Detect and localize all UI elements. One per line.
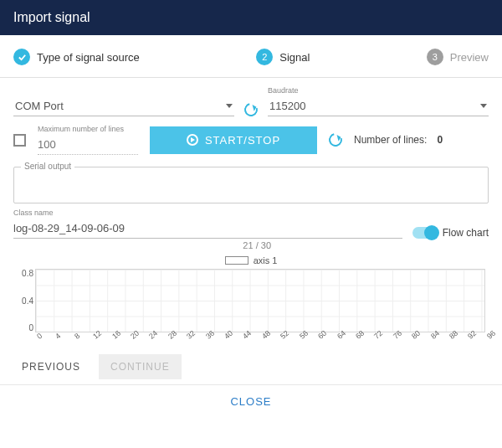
step-label: Type of signal source <box>37 51 140 64</box>
serial-output-box: Serial output <box>13 167 489 203</box>
step-preview[interactable]: 3 Preview <box>427 49 489 65</box>
start-stop-label: START/STOP <box>205 134 280 147</box>
baudrate-label: Baudrate <box>268 86 489 95</box>
check-icon <box>13 49 30 65</box>
start-stop-button[interactable]: START/STOP <box>150 126 317 154</box>
step-label: Signal <box>279 51 310 64</box>
stepper: Type of signal source 2 Signal 3 Preview <box>0 35 502 78</box>
y-axis: 0.80.40 <box>15 269 33 332</box>
max-lines-label: Maximum number of lines <box>38 125 138 133</box>
flow-chart-toggle[interactable] <box>412 227 438 239</box>
baudrate-value: 115200 <box>269 100 305 112</box>
step-number-icon: 3 <box>427 49 443 65</box>
previous-button[interactable]: PREVIOUS <box>13 354 89 379</box>
class-name-input[interactable] <box>13 219 402 239</box>
legend-swatch <box>225 256 248 265</box>
serial-output-label: Serial output <box>21 162 74 171</box>
play-icon <box>187 134 198 146</box>
flow-chart: axis 1 0.80.40 0481216202428323640444852… <box>15 255 487 348</box>
step-label: Preview <box>450 51 489 64</box>
max-lines-checkbox[interactable] <box>13 134 26 147</box>
max-lines-input[interactable] <box>38 135 138 155</box>
refresh-icon[interactable] <box>242 100 260 119</box>
com-port-value: COM Port <box>15 100 64 112</box>
chevron-down-icon <box>226 104 233 108</box>
refresh-icon[interactable] <box>326 131 345 149</box>
class-name-label: Class name <box>13 209 402 217</box>
plot-area <box>35 269 485 332</box>
chevron-down-icon <box>480 104 487 108</box>
com-port-select[interactable]: COM Port <box>13 96 234 116</box>
num-lines-label: Number of lines: <box>354 134 427 146</box>
continue-button[interactable]: CONTINUE <box>99 354 182 379</box>
step-source[interactable]: Type of signal source <box>13 49 140 65</box>
close-button[interactable]: CLOSE <box>230 395 271 408</box>
dialog-title: Import signal <box>13 10 90 24</box>
step-signal[interactable]: 2 Signal <box>256 49 310 65</box>
baudrate-select[interactable]: 115200 <box>268 96 489 116</box>
flow-chart-label: Flow chart <box>443 227 489 239</box>
class-name-counter: 21 / 30 <box>13 240 489 250</box>
legend-label: axis 1 <box>254 255 278 265</box>
x-axis: 0481216202428323640444852566064687276808… <box>35 334 485 349</box>
step-number-icon: 2 <box>256 49 273 65</box>
dialog-header: Import signal <box>0 0 502 35</box>
num-lines-value: 0 <box>437 134 443 146</box>
